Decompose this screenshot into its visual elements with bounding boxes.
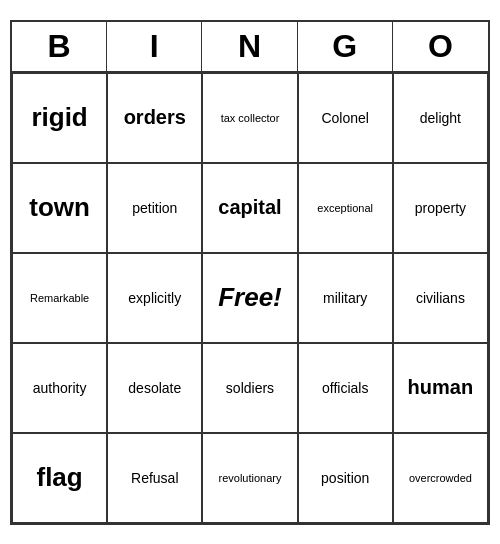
bingo-cell-21: Refusal [107,433,202,523]
bingo-cell-7: capital [202,163,297,253]
header-letter-O: O [393,22,488,71]
bingo-cell-22: revolutionary [202,433,297,523]
bingo-cell-10: Remarkable [12,253,107,343]
bingo-cell-4: delight [393,73,488,163]
bingo-cell-14: civilians [393,253,488,343]
bingo-cell-23: position [298,433,393,523]
bingo-grid: rigidorderstax collectorColoneldelightto… [12,73,488,523]
header-letter-I: I [107,22,202,71]
bingo-cell-12: Free! [202,253,297,343]
header-letter-B: B [12,22,107,71]
bingo-header: BINGO [12,22,488,73]
bingo-cell-9: property [393,163,488,253]
bingo-cell-8: exceptional [298,163,393,253]
bingo-card: BINGO rigidorderstax collectorColoneldel… [10,20,490,525]
bingo-cell-5: town [12,163,107,253]
bingo-cell-0: rigid [12,73,107,163]
bingo-cell-1: orders [107,73,202,163]
bingo-cell-15: authority [12,343,107,433]
bingo-cell-2: tax collector [202,73,297,163]
bingo-cell-19: human [393,343,488,433]
bingo-cell-20: flag [12,433,107,523]
bingo-cell-13: military [298,253,393,343]
header-letter-G: G [298,22,393,71]
bingo-cell-11: explicitly [107,253,202,343]
bingo-cell-3: Colonel [298,73,393,163]
bingo-cell-18: officials [298,343,393,433]
header-letter-N: N [202,22,297,71]
bingo-cell-24: overcrowded [393,433,488,523]
bingo-cell-17: soldiers [202,343,297,433]
bingo-cell-16: desolate [107,343,202,433]
bingo-cell-6: petition [107,163,202,253]
